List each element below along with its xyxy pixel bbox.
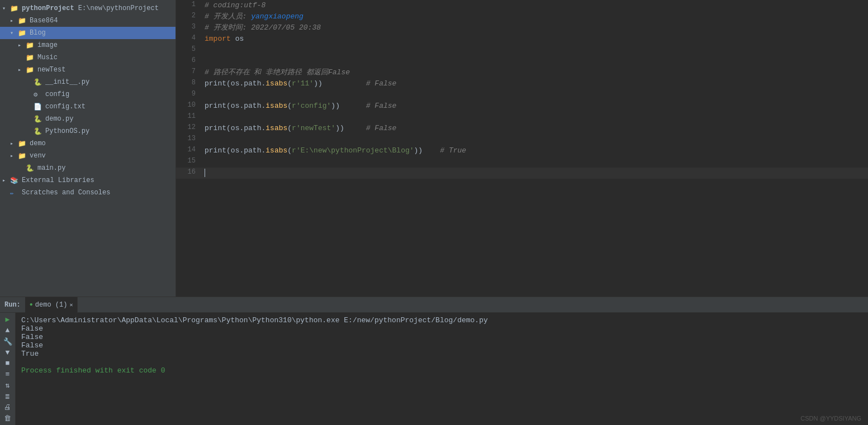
tree-label-music: Music: [37, 54, 58, 61]
wrench-button[interactable]: 🔧: [2, 337, 14, 346]
scroll-down-button[interactable]: ▼: [2, 348, 14, 357]
folder-icon-pythonproject: 📁: [10, 4, 20, 13]
delete-button[interactable]: 🗑: [2, 414, 14, 423]
arrow-venv: ▸: [10, 152, 18, 159]
stop-button[interactable]: ■: [2, 359, 14, 368]
tree-item-blog[interactable]: ▾ 📁 Blog: [0, 27, 176, 39]
tree-item-music[interactable]: 📁 Music: [0, 51, 176, 64]
run-content-area: ▶ ▲ 🔧 ▼ ■ ≡ ⇅ ≣ 🖨 🗑 C:\Users\Administrat…: [0, 313, 868, 425]
code-line-15: 15: [176, 156, 868, 168]
folder-icon-blog: 📁: [18, 29, 28, 37]
tree-label-demo-folder: demo: [30, 140, 46, 147]
tree-label-demo-py: demo.py: [45, 115, 73, 123]
line-num-13: 13: [176, 134, 201, 145]
filter-button[interactable]: ≣: [2, 392, 14, 401]
print-button[interactable]: 🖨: [2, 403, 14, 412]
code-line-13: 13: [176, 134, 868, 145]
scratches-icon: ✏: [10, 189, 20, 197]
tree-label-blog: Blog: [30, 29, 46, 37]
line-content-11[interactable]: [201, 112, 868, 123]
align-button[interactable]: ≡: [2, 370, 14, 379]
code-line-11: 11: [176, 112, 868, 123]
code-line-14: 14 print(os.path.isabs(r'E:\new\pythonPr…: [176, 145, 868, 156]
line-content-2[interactable]: # 开发人员: yangxiaopeng: [201, 11, 868, 22]
line-num-11: 11: [176, 112, 201, 123]
folder-icon-image: 📁: [26, 41, 36, 50]
line-num-15: 15: [176, 156, 201, 168]
line-content-4[interactable]: import os: [201, 34, 868, 45]
arrow-newtest: ▸: [18, 66, 26, 73]
tree-item-pythonproject[interactable]: ▾ 📁 pythonProject E:\new\pythonProject: [0, 2, 176, 15]
run-button[interactable]: ▶: [2, 315, 14, 324]
tree-item-venv[interactable]: ▸ 📁 venv: [0, 150, 176, 162]
line-num-6: 6: [176, 56, 201, 67]
line-content-12[interactable]: print(os.path.isabs(r'newTest')) # False: [201, 123, 868, 134]
line-content-10[interactable]: print(os.path.isabs(r'config')) # False: [201, 101, 868, 112]
arrow-image: ▸: [18, 42, 26, 49]
sort-button[interactable]: ⇅: [2, 381, 14, 390]
py-icon-pythonos: 🐍: [34, 127, 44, 136]
output-cmd-line: C:\Users\Administrator\AppData\Local\Pro…: [21, 316, 862, 324]
scroll-up-button[interactable]: ▲: [2, 326, 14, 335]
line-num-8: 8: [176, 78, 201, 89]
line-content-5[interactable]: [201, 45, 868, 56]
line-num-7: 7: [176, 67, 201, 78]
arrow-blog: ▾: [10, 30, 18, 36]
line-content-8[interactable]: print(os.path.isabs(r'11')) # False: [201, 78, 868, 89]
code-line-4: 4 import os: [176, 34, 868, 45]
output-blank-line: [21, 358, 862, 366]
output-true-1: True: [21, 350, 862, 358]
tree-item-scratches[interactable]: ✏ Scratches and Consoles: [0, 187, 176, 199]
line-content-9[interactable]: [201, 89, 868, 101]
txt-icon-config: 📄: [34, 103, 44, 111]
line-content-15[interactable]: [201, 156, 868, 168]
file-tree[interactable]: ▾ 📁 pythonProject E:\new\pythonProject ▸…: [0, 0, 176, 297]
tree-label-venv: venv: [30, 152, 46, 160]
line-num-4: 4: [176, 34, 201, 45]
code-line-1: 1 # coding:utf-8: [176, 0, 868, 11]
output-process-exit: Process finished with exit code 0: [21, 366, 862, 375]
tree-label-pythonproject: pythonProject E:\new\pythonProject: [22, 4, 159, 12]
line-content-1[interactable]: # coding:utf-8: [201, 0, 868, 11]
tree-item-newtest[interactable]: ▸ 📁 newTest: [0, 64, 176, 76]
code-line-8: 8 print(os.path.isabs(r'11')) # False: [176, 78, 868, 89]
line-content-3[interactable]: # 开发时间: 2022/07/05 20:38: [201, 22, 868, 34]
run-tab-close[interactable]: ✕: [69, 302, 73, 308]
folder-icon-music: 📁: [26, 54, 36, 62]
tree-item-config-txt[interactable]: 📄 config.txt: [0, 101, 176, 113]
tree-item-base864[interactable]: ▸ 📁 Base864: [0, 15, 176, 27]
tree-label-newtest: newTest: [37, 66, 65, 74]
code-table: 1 # coding:utf-8 2 # 开发人员: yangxiaopeng …: [176, 0, 868, 179]
run-tab-demo[interactable]: ● demo (1) ✕: [25, 297, 78, 313]
tree-label-pythonos-py: PythonOS.py: [45, 127, 89, 135]
line-content-13[interactable]: [201, 134, 868, 145]
line-num-10: 10: [176, 101, 201, 112]
code-line-12: 12 print(os.path.isabs(r'newTest')) # Fa…: [176, 123, 868, 134]
tree-item-demo-folder[interactable]: ▸ 📁 demo: [0, 137, 176, 150]
tree-item-config[interactable]: ⚙ config: [0, 88, 176, 101]
tree-item-image[interactable]: ▸ 📁 image: [0, 39, 176, 51]
run-toolbar: ▶ ▲ 🔧 ▼ ■ ≡ ⇅ ≣ 🖨 🗑: [0, 313, 16, 425]
code-line-9: 9: [176, 89, 868, 101]
code-editor[interactable]: 1 # coding:utf-8 2 # 开发人员: yangxiaopeng …: [176, 0, 868, 297]
line-content-14[interactable]: print(os.path.isabs(r'E:\new\pythonProje…: [201, 145, 868, 156]
cfg-icon-config: ⚙: [34, 90, 44, 99]
line-content-7[interactable]: # 路径不存在 和 非绝对路径 都返回False: [201, 67, 868, 78]
tree-item-main-py[interactable]: 🐍 main.py: [0, 162, 176, 174]
code-line-6: 6: [176, 56, 868, 67]
code-line-3: 3 # 开发时间: 2022/07/05 20:38: [176, 22, 868, 34]
arrow-demo-folder: ▸: [10, 140, 18, 147]
folder-icon-newtest: 📁: [26, 66, 36, 74]
tree-item-external-libs[interactable]: ▸ 📚 External Libraries: [0, 174, 176, 187]
line-content-16[interactable]: [201, 168, 868, 179]
run-tab-bar: Run: ● demo (1) ✕: [0, 297, 868, 313]
line-num-5: 5: [176, 45, 201, 56]
line-content-6[interactable]: [201, 56, 868, 67]
tree-item-init-py[interactable]: 🐍 __init__.py: [0, 76, 176, 88]
arrow-ext-libs: ▸: [2, 177, 10, 184]
tree-item-pythonos-py[interactable]: 🐍 PythonOS.py: [0, 125, 176, 137]
tree-item-demo-py[interactable]: 🐍 demo.py: [0, 113, 176, 125]
tree-label-base864: Base864: [30, 17, 58, 25]
code-line-16: 16: [176, 168, 868, 179]
code-line-10: 10 print(os.path.isabs(r'config')) # Fal…: [176, 101, 868, 112]
